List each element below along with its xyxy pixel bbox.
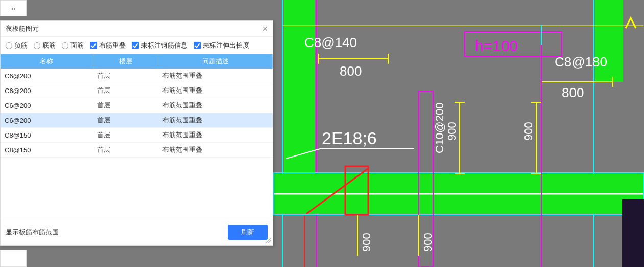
radio-label: 负筋 — [14, 41, 28, 50]
checkbox-label: 布筋重叠 — [99, 41, 126, 50]
issues-table: 名称 楼层 问题描述 C6@200首层布筋范围重叠C6@200首层布筋范围重叠C… — [1, 54, 273, 158]
dialog-title: 夜板筋图元 — [6, 24, 39, 33]
cell-floor: 首层 — [93, 128, 158, 143]
radio-input[interactable] — [34, 42, 40, 49]
label-beam: 2E18;6 — [322, 128, 377, 148]
col-floor[interactable]: 楼层 — [93, 54, 158, 69]
table-row[interactable]: C8@150首层布筋范围重叠 — [1, 128, 273, 143]
dim-900d: 900 — [421, 233, 434, 252]
radio-bottom-rebar[interactable]: 底筋 — [34, 41, 56, 50]
cell-name: C6@200 — [1, 83, 93, 98]
cell-issue: 布筋范围重叠 — [158, 128, 273, 143]
cell-floor: 首层 — [93, 83, 158, 98]
label-c10-200: C10@200 — [433, 103, 446, 153]
cell-name: C8@150 — [1, 143, 93, 158]
dim-900c: 900 — [360, 233, 373, 252]
cell-issue: 布筋范围重叠 — [158, 113, 273, 128]
radio-input[interactable] — [62, 42, 68, 49]
radio-input[interactable] — [6, 42, 12, 49]
dim-900a: 900 — [445, 122, 458, 141]
cell-floor: 首层 — [93, 98, 158, 113]
table-row[interactable]: C6@200首层布筋范围重叠 — [1, 113, 273, 128]
cell-issue: 布筋范围重叠 — [158, 143, 273, 158]
svg-rect-1 — [284, 0, 315, 174]
close-button[interactable]: × — [262, 24, 268, 33]
table-row[interactable]: C6@200首层布筋范围重叠 — [1, 83, 273, 98]
label-h100: h=100 — [475, 37, 518, 54]
cell-floor: 首层 — [93, 69, 158, 83]
resize-grip[interactable] — [265, 237, 271, 243]
svg-rect-30 — [622, 199, 644, 267]
dim-800a: 800 — [340, 63, 362, 79]
checkbox-input[interactable] — [132, 42, 139, 49]
cell-floor: 首层 — [93, 143, 158, 158]
toolbar-collapse-button[interactable]: ›› — [0, 0, 27, 16]
radio-label: 面筋 — [70, 41, 84, 50]
check-missing-extension[interactable]: 未标注伸出长度 — [194, 41, 249, 50]
cell-name: C6@200 — [1, 69, 93, 83]
check-overlap[interactable]: 布筋重叠 — [90, 41, 126, 50]
dim-800b: 800 — [562, 85, 584, 100]
cell-name: C6@200 — [1, 98, 93, 113]
refresh-button[interactable]: 刷新 — [228, 225, 268, 240]
cell-name: C6@200 — [1, 113, 93, 128]
table-row[interactable]: C8@150首层布筋范围重叠 — [1, 143, 273, 158]
col-name[interactable]: 名称 — [1, 54, 93, 69]
checkbox-input[interactable] — [194, 42, 201, 49]
checkbox-input[interactable] — [90, 42, 97, 49]
label-c8-180: C8@180 — [555, 54, 607, 70]
svg-rect-4 — [595, 0, 623, 82]
cell-issue: 布筋范围重叠 — [158, 98, 273, 113]
label-c8-140: C8@140 — [304, 35, 357, 50]
check-rebar-dialog: 夜板筋图元 × 负筋 底筋 面筋 布筋重叠 未标注钢筋信息 未标注伸出长度 — [0, 20, 273, 246]
radio-negative-rebar[interactable]: 负筋 — [6, 41, 28, 50]
chevron-right-icon: ›› — [11, 5, 16, 12]
col-issue[interactable]: 问题描述 — [158, 54, 273, 69]
checkbox-label: 未标注钢筋信息 — [141, 41, 187, 50]
filter-row: 负筋 底筋 面筋 布筋重叠 未标注钢筋信息 未标注伸出长度 — [1, 37, 273, 54]
cell-issue: 布筋范围重叠 — [158, 83, 273, 98]
footer-label: 显示板筋布筋范围 — [6, 228, 59, 237]
radio-top-rebar[interactable]: 面筋 — [62, 41, 84, 50]
table-row[interactable]: C6@200首层布筋范围重叠 — [1, 98, 273, 113]
cell-issue: 布筋范围重叠 — [158, 69, 273, 83]
checkbox-label: 未标注伸出长度 — [203, 41, 249, 50]
bottom-toolbar-stub[interactable] — [0, 250, 27, 267]
cell-floor: 首层 — [93, 113, 158, 128]
cell-name: C8@150 — [1, 128, 93, 143]
table-row[interactable]: C6@200首层布筋范围重叠 — [1, 69, 273, 83]
radio-label: 底筋 — [42, 41, 56, 50]
dim-900b: 900 — [522, 122, 535, 141]
check-missing-info[interactable]: 未标注钢筋信息 — [132, 41, 187, 50]
